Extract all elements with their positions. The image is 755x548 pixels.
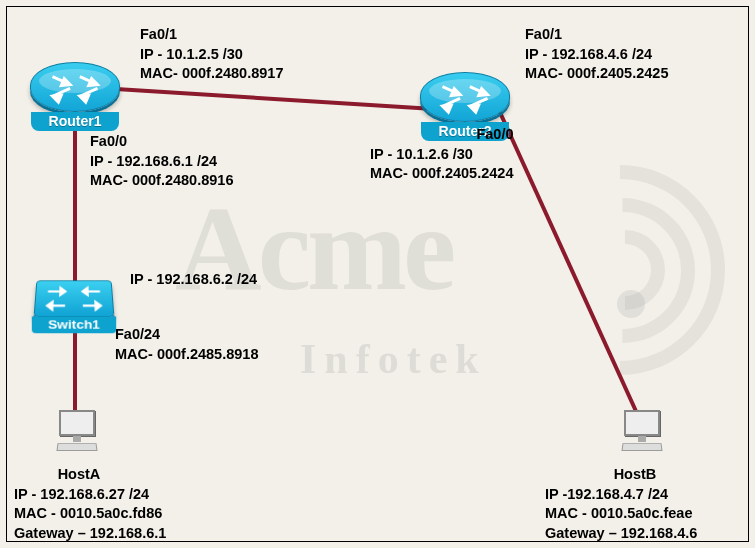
host-b-icon	[620, 410, 664, 458]
r2-fa00-if: Fa0/0	[370, 125, 513, 145]
switch1-icon: Switch1	[34, 280, 115, 317]
switch-arrows-icon	[35, 281, 114, 317]
host-b-mac: MAC - 0010.5a0c.feae	[545, 504, 725, 524]
switch1-label: Switch1	[32, 317, 116, 334]
router-arrows-icon	[31, 63, 119, 112]
router2-fa01-info: Fa0/1 IP - 192.168.4.6 /24 MAC- 000f.240…	[525, 25, 668, 84]
r1-fa01-if: Fa0/1	[140, 25, 283, 45]
host-b-name: HostB	[545, 465, 725, 485]
svg-marker-15	[479, 89, 488, 96]
r1-fa00-if: Fa0/0	[90, 132, 233, 152]
router2-fa00-info: Fa0/0 IP - 10.1.2.6 /30 MAC- 000f.2405.2…	[370, 125, 513, 184]
host-a-icon	[55, 410, 99, 458]
r2-fa01-ip: IP - 192.168.4.6 /24	[525, 45, 668, 65]
svg-marker-13	[451, 89, 460, 96]
router1-fa00-info: Fa0/0 IP - 192.168.6.1 /24 MAC- 000f.248…	[90, 132, 233, 191]
r1-fa00-mac: MAC- 000f.2480.8916	[90, 171, 233, 191]
svg-marker-9	[53, 95, 62, 102]
switch1-fa024-info: Fa0/24 MAC- 000f.2485.8918	[115, 325, 258, 364]
router1-fa01-info: Fa0/1 IP - 10.1.2.5 /30 MAC- 000f.2480.8…	[140, 25, 283, 84]
sw-fa024-mac: MAC- 000f.2485.8918	[115, 345, 258, 365]
svg-marker-27	[96, 302, 101, 309]
svg-marker-25	[47, 302, 52, 309]
svg-marker-7	[89, 79, 98, 86]
router1-label: Router1	[31, 112, 119, 131]
svg-marker-21	[60, 288, 65, 295]
host-a-info: HostA IP - 192.168.6.27 /24 MAC - 0010.5…	[14, 465, 166, 543]
r1-fa01-mac: MAC- 000f.2480.8917	[140, 64, 283, 84]
svg-marker-23	[83, 288, 88, 295]
svg-marker-19	[470, 105, 479, 112]
host-a-mac: MAC - 0010.5a0c.fd86	[14, 504, 166, 524]
r2-fa01-mac: MAC- 000f.2405.2425	[525, 64, 668, 84]
host-b-ip: IP -192.168.4.7 /24	[545, 485, 725, 505]
r1-fa00-ip: IP - 192.168.6.1 /24	[90, 152, 233, 172]
r2-fa00-ip: IP - 10.1.2.6 /30	[370, 145, 513, 165]
svg-marker-11	[80, 95, 89, 102]
svg-marker-5	[61, 79, 70, 86]
r2-fa00-mac: MAC- 000f.2405.2424	[370, 164, 513, 184]
host-a-name: HostA	[14, 465, 144, 485]
host-b-gw: Gateway – 192.168.4.6	[545, 524, 725, 544]
router2-icon: Router2	[420, 72, 510, 122]
switch1-mgmt-ip: IP - 192.168.6.2 /24	[130, 270, 257, 290]
host-a-gw: Gateway – 192.168.6.1	[14, 524, 166, 544]
host-b-info: HostB IP -192.168.4.7 /24 MAC - 0010.5a0…	[545, 465, 725, 543]
router1-icon: Router1	[30, 62, 120, 112]
svg-line-3	[498, 108, 640, 420]
r1-fa01-ip: IP - 10.1.2.5 /30	[140, 45, 283, 65]
svg-line-0	[116, 89, 450, 110]
sw-fa024-if: Fa0/24	[115, 325, 258, 345]
svg-marker-17	[443, 105, 452, 112]
host-a-ip: IP - 192.168.6.27 /24	[14, 485, 166, 505]
router-arrows-icon	[421, 73, 509, 122]
r2-fa01-if: Fa0/1	[525, 25, 668, 45]
